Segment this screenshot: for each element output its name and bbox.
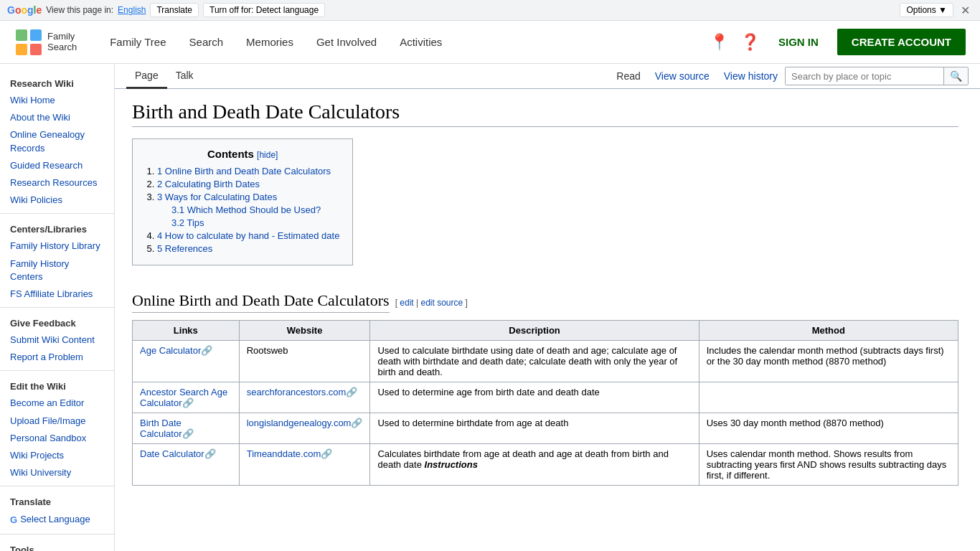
sidebar-item-fs-affiliate[interactable]: FS Affiliate Libraries [0, 286, 114, 303]
translate-language-link[interactable]: English [118, 5, 146, 15]
toc-title: Contents [hide] [146, 148, 339, 160]
calculators-table: Links Website Description Method Age Cal… [132, 320, 958, 486]
sidebar-item-report-problem[interactable]: Report a Problem [0, 349, 114, 366]
sidebar-item-about-wiki[interactable]: About the Wiki [0, 109, 114, 126]
wiki-search-input[interactable] [786, 68, 943, 85]
wiki-search-button[interactable]: 🔍 [943, 67, 968, 85]
tab-view-source[interactable]: View source [648, 65, 717, 88]
sidebar-item-online-genealogy[interactable]: Online Genealogy Records [0, 126, 114, 156]
sidebar-item-upload-file[interactable]: Upload File/Image [0, 413, 114, 430]
toc-link-4[interactable]: 4 How to calculate by hand - Estimated d… [157, 230, 339, 241]
sidebar-item-guided-research[interactable]: Guided Research [0, 157, 114, 174]
sidebar-item-wiki-university[interactable]: Wiki University [0, 464, 114, 481]
cell-link-3: Birth Date Calculator🔗 [133, 413, 240, 444]
logo-search: Search [47, 42, 77, 52]
main-content: Page Talk Read View source View history … [115, 64, 980, 551]
sidebar-item-wiki-policies[interactable]: Wiki Policies [0, 192, 114, 209]
toc-link-5[interactable]: 5 References [157, 243, 212, 254]
sidebar-item-family-history-centers[interactable]: Family History Centers [0, 255, 114, 286]
nav-links: Family Tree Search Memories Get Involved… [98, 21, 710, 64]
section1-edit-link[interactable]: edit [400, 298, 413, 308]
cell-desc-2: Used to determine age from birth date an… [370, 382, 699, 413]
table-of-contents: Contents [hide] 1 Online Birth and Death… [132, 138, 353, 265]
toc-sublist-3: 3.1 Which Method Should be Used? 3.2 Tip… [171, 204, 339, 228]
sidebar-section-edit: Edit the Wiki [0, 375, 114, 395]
cell-desc-1: Used to calculate birthdate using date o… [370, 341, 699, 382]
sidebar-section-tools: Tools [0, 539, 114, 551]
sidebar-section-feedback: Give Feedback [0, 312, 114, 331]
instructions-bold: Instructions [425, 459, 478, 470]
nav-memories[interactable]: Memories [235, 21, 305, 64]
date-calculator-link[interactable]: Date Calculator [140, 448, 204, 459]
col-header-description: Description [370, 321, 699, 341]
table-row: Birth Date Calculator🔗 longislandgenealo… [133, 413, 958, 444]
sidebar-item-wiki-home[interactable]: Wiki Home [0, 92, 114, 109]
tab-view-history[interactable]: View history [717, 65, 785, 88]
toc-item-1: 1 Online Birth and Death Date Calculator… [157, 166, 339, 176]
logo-link[interactable]: Family Search [14, 28, 77, 57]
toc-link-1[interactable]: 1 Online Birth and Death Date Calculator… [157, 166, 331, 176]
toc-hide-link[interactable]: [hide] [257, 150, 278, 160]
toc-item-5: 5 References [157, 243, 339, 254]
section1-edit-source-link[interactable]: edit source [420, 298, 463, 308]
toc-link-3-1[interactable]: 3.1 Which Method Should be Used? [171, 204, 321, 215]
article-title: Birth and Death Date Calculators [132, 100, 958, 127]
translate-close-button[interactable]: ✕ [958, 4, 973, 17]
cell-method-1: Includes the calendar month method (subt… [699, 341, 958, 382]
cell-method-3: Uses 30 day month method (8870 method) [699, 413, 958, 444]
translate-bar: Google View this page in: English Transl… [0, 0, 980, 21]
svg-rect-1 [30, 29, 42, 41]
sidebar-item-personal-sandbox[interactable]: Personal Sandbox [0, 430, 114, 447]
col-header-links: Links [133, 321, 240, 341]
translate-button[interactable]: Translate [150, 3, 199, 17]
cell-link-1: Age Calculator🔗 [133, 341, 240, 382]
sidebar: Research Wiki Wiki Home About the Wiki O… [0, 64, 115, 551]
nav-activities[interactable]: Activities [388, 21, 453, 64]
timeanddate-link[interactable]: Timeanddate.com [247, 448, 321, 459]
toc-link-3[interactable]: 3 Ways for Calculating Dates [157, 192, 277, 202]
nav-family-tree[interactable]: Family Tree [98, 21, 177, 64]
create-account-button[interactable]: CREATE ACCOUNT [837, 29, 966, 55]
svg-rect-0 [16, 29, 27, 41]
cell-method-4: Uses calendar month method. Shows result… [699, 444, 958, 486]
cell-method-2 [699, 382, 958, 413]
help-icon[interactable]: ❓ [740, 33, 760, 52]
sidebar-item-become-editor[interactable]: Become an Editor [0, 395, 114, 412]
toc-item-3-1: 3.1 Which Method Should be Used? [171, 204, 339, 215]
table-row: Date Calculator🔗 Timeanddate.com🔗 Calcul… [133, 444, 958, 486]
sidebar-item-family-history-library[interactable]: Family History Library [0, 237, 114, 255]
section1-title: Online Birth and Death Date Calculators [132, 291, 390, 313]
ancestor-search-link[interactable]: Ancestor Search Age Calculator [140, 387, 227, 408]
article: Birth and Death Date Calculators Content… [115, 89, 976, 506]
sidebar-divider-3 [0, 370, 114, 371]
sidebar-item-wiki-projects[interactable]: Wiki Projects [0, 447, 114, 464]
sidebar-item-submit-wiki[interactable]: Submit Wiki Content [0, 331, 114, 349]
nav-get-involved[interactable]: Get Involved [305, 21, 388, 64]
section1-edit-links: [ edit | edit source ] [395, 298, 468, 308]
longislandgenealogy-link[interactable]: longislandgenealogy.com [247, 418, 352, 428]
svg-rect-2 [16, 44, 27, 55]
toc-link-3-2[interactable]: 3.2 Tips [171, 217, 204, 228]
tab-read[interactable]: Read [609, 65, 647, 88]
logo-text: Family Search [47, 32, 77, 52]
searchforancestors-link[interactable]: searchforancestors.com [247, 387, 347, 397]
age-calculator-link[interactable]: Age Calculator [140, 345, 201, 356]
toc-link-2[interactable]: 2 Calculating Birth Dates [157, 179, 260, 189]
turn-off-button[interactable]: Turn off for: Detect language [203, 3, 325, 17]
col-header-website: Website [239, 321, 370, 341]
translate-options-button[interactable]: Options ▼ [900, 3, 953, 17]
sidebar-divider-1 [0, 213, 114, 214]
sidebar-item-select-language[interactable]: Select Language [20, 513, 90, 526]
sidebar-item-research-resources[interactable]: Research Resources [0, 174, 114, 192]
tab-talk[interactable]: Talk [167, 64, 202, 89]
location-icon[interactable]: 📍 [710, 33, 729, 52]
google-logo: Google [7, 4, 42, 16]
toc-list: 1 Online Birth and Death Date Calculator… [157, 166, 339, 254]
col-header-method: Method [699, 321, 958, 341]
nav-search[interactable]: Search [178, 21, 235, 64]
sidebar-divider-5 [0, 534, 114, 534]
sign-in-button[interactable]: SIGN IN [771, 36, 826, 48]
sidebar-section-translate: Translate [0, 491, 114, 510]
birth-date-calculator-link[interactable]: Birth Date Calculator [140, 418, 182, 439]
tab-page[interactable]: Page [126, 64, 167, 89]
